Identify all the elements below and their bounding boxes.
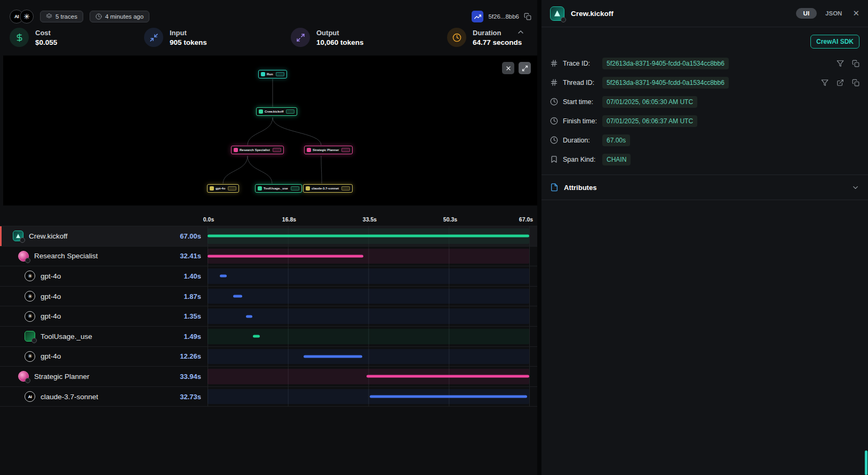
clock-icon (447, 28, 466, 47)
span-track (208, 226, 530, 246)
span-row[interactable]: Crew.kickoff 67.00s (0, 226, 537, 247)
sdk-badge[interactable]: CrewAI SDK (810, 35, 859, 49)
field-label: Thread ID: (563, 79, 602, 86)
node-icon (234, 148, 238, 152)
filter-icon[interactable] (821, 79, 829, 86)
duration-bar[interactable] (208, 235, 529, 238)
stat-cost: Cost$0.055 (10, 28, 57, 47)
openai-icon: ✳ (25, 271, 35, 281)
span-row[interactable]: AI claude-3.7-sonnet 32.73s (0, 387, 537, 407)
duration-bar[interactable] (367, 375, 529, 378)
close-graph-button[interactable] (502, 62, 514, 74)
tab-json[interactable]: JSON (825, 10, 842, 17)
duration-bar[interactable] (220, 275, 227, 278)
arrows-out-icon (291, 28, 310, 47)
node-duration-tag (291, 186, 299, 191)
copy-icon[interactable] (852, 79, 859, 86)
traces-count-label: 5 traces (55, 13, 77, 20)
node-duration-tag (276, 72, 284, 76)
graph-node[interactable]: Crew.kickoff (256, 107, 297, 116)
graph-node[interactable]: ToolUsage._use (255, 184, 302, 193)
graph-node[interactable]: claude-3.7-sonnet (303, 184, 353, 193)
field-value[interactable]: 07/01/2025, 06:06:37 AM UTC (602, 115, 697, 127)
duration-bar[interactable] (233, 295, 242, 298)
span-row[interactable]: Research Specialist 32.41s (0, 247, 537, 267)
span-row[interactable]: Strategic Planner 33.94s (0, 367, 537, 387)
clock-icon (550, 98, 559, 106)
graph-node[interactable]: Research Specialist (231, 146, 284, 154)
duration-bar[interactable] (304, 355, 362, 358)
field-value[interactable]: 67.00s (602, 134, 630, 146)
node-label: Research Specialist (240, 148, 270, 152)
axis-tick: 67.0s (519, 216, 533, 223)
tool-icon (25, 331, 35, 342)
field-label: Trace ID: (563, 60, 602, 67)
trace-age-badge[interactable]: 4 minutes ago (90, 11, 149, 22)
node-label: Crew.kickoff (265, 110, 283, 113)
trending-up-icon (474, 13, 481, 20)
traces-count-badge[interactable]: 5 traces (40, 11, 83, 22)
stat-label: Output (316, 29, 364, 37)
span-row[interactable]: ✳ gpt-4o 1.87s (0, 287, 537, 307)
tab-ui[interactable]: UI (796, 8, 817, 19)
divider (541, 200, 868, 200)
sub-badge-icon (25, 258, 30, 263)
span-name: claude-3.7-sonnet (41, 393, 180, 401)
span-row[interactable]: ✳ gpt-4o 12.26s (0, 347, 537, 367)
duration-bar[interactable] (208, 255, 363, 257)
span-name: Strategic Planner (34, 373, 180, 381)
close-panel-icon[interactable]: ✕ (853, 9, 859, 18)
graph-node[interactable]: Strategic Planner (304, 146, 353, 154)
span-name: gpt-4o (41, 272, 184, 280)
scrollbar-thumb[interactable] (865, 450, 867, 475)
span-track-tint (208, 308, 529, 324)
span-row[interactable]: ✳ gpt-4o 1.40s (0, 266, 537, 287)
axis-tick: 33.5s (363, 216, 377, 223)
stat-value: 64.77 seconds (473, 38, 522, 46)
span-duration: 32.73s (180, 393, 201, 401)
external-icon[interactable] (837, 79, 844, 86)
span-row[interactable]: ✳ gpt-4o 1.35s (0, 306, 537, 327)
axis-tick: 0.0s (203, 216, 214, 223)
axis-tick: 50.3s (443, 216, 457, 223)
span-track-tint (208, 289, 529, 304)
stat-label: Duration (473, 29, 522, 37)
node-icon (307, 148, 311, 152)
file-text-icon (550, 183, 559, 192)
graph-node[interactable]: gpt-4o (207, 184, 239, 193)
detail-panel-title: Crew.kickoff (571, 10, 614, 18)
trace-topbar: AI ✳ 5 traces 4 minutes ago 5f26...8bb6 (10, 7, 531, 26)
filter-icon[interactable] (837, 60, 844, 67)
anthropic-icon: AI (25, 391, 35, 402)
field-value[interactable]: 5f2613da-8371-9405-fcdd-0a1534cc8bb6 (602, 77, 729, 89)
span-name: gpt-4o (41, 352, 180, 360)
chevron-down-icon[interactable] (851, 184, 859, 192)
trace-graph-panel[interactable]: Run Crew.kickoff Research Specialist Str… (3, 56, 537, 205)
graph-node[interactable]: Run (258, 70, 287, 78)
duration-bar[interactable] (370, 395, 527, 398)
trend-chart-button[interactable] (472, 11, 483, 22)
span-track (208, 347, 530, 367)
expand-graph-button[interactable] (519, 62, 531, 74)
attributes-label: Attributes (564, 184, 596, 192)
field-value[interactable]: 07/01/2025, 06:05:30 AM UTC (602, 96, 697, 108)
field-value[interactable]: CHAIN (602, 154, 631, 165)
duration-bar[interactable] (253, 335, 260, 338)
span-name: Crew.kickoff (29, 232, 180, 240)
field-label: Span Kind: (563, 156, 602, 163)
field-actions (821, 79, 859, 86)
copy-icon[interactable] (852, 60, 859, 67)
span-duration: 33.94s (180, 373, 201, 381)
duration-bar[interactable] (246, 315, 252, 318)
attributes-section-toggle[interactable]: Attributes (541, 175, 868, 200)
node-duration-tag (228, 186, 236, 191)
node-icon (306, 186, 310, 191)
detail-field-row: Finish time: 07/01/2025, 06:06:37 AM UTC (541, 112, 868, 131)
span-row[interactable]: ToolUsage._use 1.49s (0, 327, 537, 347)
crewai-icon (550, 6, 564, 21)
stat-label: Cost (35, 29, 57, 37)
graph-toolbar (502, 62, 531, 74)
collapse-stats-chevron-up-icon[interactable] (516, 28, 525, 38)
field-value[interactable]: 5f2613da-8371-9405-fcdd-0a1534cc8bb6 (602, 58, 729, 69)
copy-icon[interactable] (524, 13, 531, 20)
